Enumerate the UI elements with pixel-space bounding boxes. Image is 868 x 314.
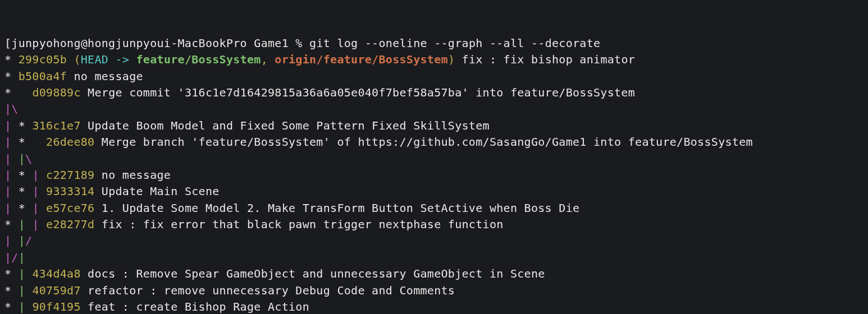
- log-line: | * 316c1e7 Update Boom Model and Fixed …: [4, 118, 864, 134]
- terminal-output[interactable]: [junpyohong@hongjunpyoui-MacBookPro Game…: [4, 35, 864, 314]
- graph-segment: [25, 135, 46, 149]
- log-line: |\: [4, 101, 864, 117]
- graph-segment: *: [19, 184, 25, 198]
- prompt-bracket: [: [4, 36, 11, 50]
- graph-segment: *: [4, 267, 11, 280]
- git-log-lines: * 299c05b (HEAD -> feature/BossSystem, o…: [4, 52, 864, 314]
- log-line: * d09889c Merge commit '316c1e7d16429815…: [4, 85, 864, 101]
- graph-segment: [11, 53, 18, 66]
- graph-segment: [25, 119, 32, 132]
- graph-segment: |: [4, 135, 11, 149]
- graph-segment: [25, 201, 32, 215]
- graph-segment: [11, 267, 18, 280]
- graph-segment: |: [19, 152, 25, 165]
- graph-segment: [11, 86, 32, 99]
- graph-segment: /: [11, 251, 18, 264]
- commit-hash: 299c05b: [19, 53, 67, 66]
- graph-segment: |: [4, 152, 11, 165]
- graph-segment: \: [11, 102, 18, 116]
- graph-segment: [25, 267, 32, 280]
- commit-message: 1. Update Some Model 2. Make TransForm B…: [94, 201, 579, 215]
- commit-message: fix : fix error that black pawn trigger …: [94, 218, 503, 231]
- commit-hash: 434d4a8: [32, 267, 80, 280]
- graph-segment: *: [4, 300, 11, 313]
- graph-segment: [25, 184, 32, 198]
- graph-segment: [11, 284, 18, 297]
- graph-segment: /: [25, 234, 32, 247]
- branch-remote: origin/feature/BossSystem: [275, 53, 448, 66]
- commit-hash: d09889c: [32, 86, 80, 99]
- command-text: git log --oneline --graph --all --decora…: [309, 36, 600, 50]
- decor-paren-open: (: [74, 53, 80, 66]
- log-line: * 299c05b (HEAD -> feature/BossSystem, o…: [4, 52, 864, 68]
- graph-segment: \: [25, 152, 32, 165]
- commit-hash: 26dee80: [46, 135, 94, 149]
- commit-hash: 90f4195: [32, 300, 80, 313]
- log-line: |/|: [4, 250, 864, 266]
- graph-segment: |: [19, 218, 25, 231]
- commit-hash: b500a4f: [19, 70, 67, 83]
- commit-message: Update Main Scene: [94, 184, 219, 198]
- commit-message: Merge commit '316c1e7d16429815a36a6a05e0…: [81, 86, 635, 99]
- graph-segment: |: [4, 184, 11, 198]
- commit-message: Update Boom Model and Fixed Some Pattern…: [81, 119, 490, 132]
- decor-comma: ,: [261, 53, 275, 66]
- log-line: | * | 9333314 Update Main Scene: [4, 183, 864, 200]
- graph-segment: *: [4, 86, 11, 99]
- graph-segment: *: [4, 70, 11, 83]
- graph-segment: |: [4, 119, 11, 132]
- prompt-dir: Game1: [254, 36, 289, 50]
- graph-segment: [39, 201, 46, 215]
- graph-segment: [25, 168, 32, 182]
- graph-segment: [39, 218, 46, 231]
- arrow: ->: [108, 53, 136, 66]
- prompt-user-host: junpyohong@hongjunpyoui-MacBookPro: [11, 36, 247, 50]
- prompt-percent: %: [295, 36, 302, 50]
- log-line: | |/: [4, 233, 864, 249]
- commit-message: fix : fix bishop animator: [455, 53, 635, 66]
- graph-segment: |: [4, 102, 11, 116]
- log-line: | |\: [4, 151, 864, 167]
- graph-segment: [11, 300, 18, 313]
- graph-segment: [39, 184, 46, 198]
- commit-hash: c227189: [46, 168, 94, 182]
- graph-segment: [11, 168, 18, 182]
- graph-segment: [11, 135, 18, 149]
- commit-message: feat : create Bishop Rage Action: [81, 300, 309, 313]
- graph-segment: *: [4, 284, 11, 297]
- log-line: * | 434d4a8 docs : Remove Spear GameObje…: [4, 266, 864, 282]
- graph-segment: [11, 70, 18, 83]
- graph-segment: *: [19, 135, 25, 149]
- log-line: * b500a4f no message: [4, 68, 864, 85]
- log-line: | * 26dee80 Merge branch 'feature/BossSy…: [4, 134, 864, 150]
- graph-segment: *: [19, 119, 25, 132]
- graph-segment: [39, 168, 46, 182]
- graph-segment: [11, 184, 18, 198]
- graph-segment: |: [19, 267, 25, 280]
- commit-message: no message: [67, 70, 143, 83]
- commit-hash: 316c1e7: [32, 119, 80, 132]
- prompt-space: [303, 36, 309, 50]
- log-line: | * | e57ce76 1. Update Some Model 2. Ma…: [4, 200, 864, 216]
- graph-segment: *: [4, 218, 11, 231]
- graph-segment: [11, 119, 18, 132]
- head-ref: HEAD: [81, 53, 108, 66]
- graph-segment: [11, 218, 18, 231]
- graph-segment: |: [19, 300, 25, 313]
- prompt-sep: [247, 36, 254, 50]
- space: [67, 53, 74, 66]
- log-line: | * | c227189 no message: [4, 167, 864, 183]
- graph-segment: [25, 284, 32, 297]
- graph-segment: [11, 201, 18, 215]
- commit-message: refactor : remove unnecessary Debug Code…: [81, 284, 455, 297]
- graph-segment: |: [19, 251, 25, 264]
- graph-segment: |: [19, 284, 25, 297]
- graph-segment: *: [19, 168, 25, 182]
- graph-segment: [11, 234, 18, 247]
- prompt-line: [junpyohong@hongjunpyoui-MacBookPro Game…: [4, 36, 600, 50]
- commit-message: docs : Remove Spear GameObject and unnec…: [81, 267, 545, 280]
- graph-segment: |: [32, 201, 39, 215]
- commit-hash: 9333314: [46, 184, 94, 198]
- graph-segment: [25, 300, 32, 313]
- graph-segment: |: [4, 168, 11, 182]
